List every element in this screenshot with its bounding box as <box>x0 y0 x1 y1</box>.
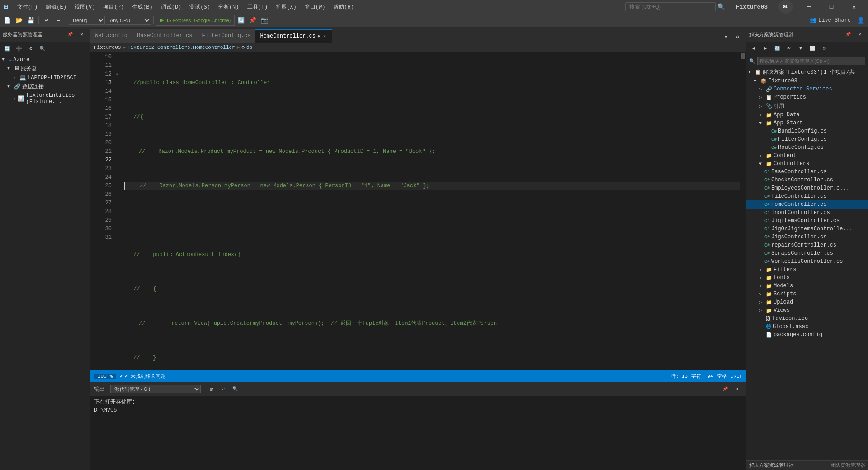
toolbar-account-btn[interactable]: 👤 <box>855 15 866 26</box>
debug-config-dropdown[interactable]: Debug Release <box>69 16 105 25</box>
sol-item-views[interactable]: ▷ 📁 Views <box>746 306 868 314</box>
sol-item-filters[interactable]: ▷ 📁 Filters <box>746 266 868 274</box>
sol-item-jigscontroller[interactable]: C# JigsController.cs <box>746 233 868 241</box>
tab-homecontroller[interactable]: HomeController.cs ● ✕ <box>255 29 332 43</box>
refresh-btn[interactable]: 🔄 <box>2 43 13 54</box>
scrollbar-thumb[interactable] <box>741 53 745 59</box>
live-share-button[interactable]: 👥 Live Share <box>806 16 854 24</box>
sol-item-scrapscontroller[interactable]: C# ScrapsController.cs <box>746 249 868 257</box>
encoding-info[interactable]: CRLF <box>731 374 742 379</box>
tab-webconfig[interactable]: Web.config <box>90 29 132 43</box>
editor-vertical-scrollbar[interactable] <box>740 52 746 370</box>
title-search-input[interactable] <box>625 2 716 11</box>
sol-filter-btn[interactable]: ▼ <box>795 43 806 54</box>
output-pin-btn[interactable]: 📌 <box>720 384 731 394</box>
close-panel-button[interactable]: ✕ <box>76 29 87 40</box>
sol-item-upload[interactable]: ▷ 📁 Upload <box>746 298 868 306</box>
cpu-target-dropdown[interactable]: Any CPU <box>106 16 151 25</box>
sol-item-basecontroller[interactable]: C# BaseController.cs <box>746 168 868 176</box>
tree-item-dataconn[interactable]: ▼ 🔗 数据连接 <box>0 82 90 91</box>
menu-analyze[interactable]: 分析(N) <box>215 2 243 12</box>
sol-item-references[interactable]: ▷ 📎 引用 <box>746 101 868 111</box>
sol-item-jigitemscontroller[interactable]: C# JigitemsController.cs <box>746 217 868 225</box>
output-toggle-word-wrap[interactable]: ↩ <box>218 384 229 394</box>
sol-item-homecontroller[interactable]: C# HomeController.cs <box>746 200 868 209</box>
sol-item-appdata[interactable]: ▷ 📁 App_Data <box>746 111 868 119</box>
toolbar-open-btn[interactable]: 📂 <box>14 15 24 26</box>
tree-item-fixture[interactable]: ▷ 📊 fixtureEntities (Fixture... <box>0 91 90 106</box>
sol-item-fonts[interactable]: ▷ 📁 fonts <box>746 274 868 282</box>
output-clear-btn[interactable]: 🗑 <box>206 384 217 394</box>
sol-collapse-btn[interactable]: ⬜ <box>807 43 818 54</box>
sol-close-btn[interactable]: ✕ <box>854 29 865 40</box>
tab-list-btn[interactable]: ▼ <box>721 32 731 43</box>
sol-item-controllers[interactable]: ▼ 📁 Controllers <box>746 160 868 168</box>
menu-project[interactable]: 项目(P) <box>99 2 127 12</box>
breadcrumb-member-name[interactable]: db <box>246 45 252 50</box>
sol-item-jigorjigcontroller[interactable]: C# JigOrJigitemsControlle... <box>746 225 868 233</box>
tree-item-servers[interactable]: ▼ 🖥 服务器 <box>0 64 90 73</box>
sol-back-btn[interactable]: ◀ <box>748 43 759 54</box>
sol-item-packages[interactable]: 📄 packages.config <box>746 331 868 339</box>
sol-sync-btn[interactable]: 🔄 <box>772 43 783 54</box>
menu-test[interactable]: 测试(S) <box>186 2 214 12</box>
output-find-btn[interactable]: 🔍 <box>230 384 241 394</box>
run-button[interactable]: ▶ IIS Express (Google Chrome) <box>156 15 235 26</box>
sol-item-favicon[interactable]: 🖼 favicon.ico <box>746 314 868 323</box>
sol-show-all-btn[interactable]: 👁 <box>783 43 794 54</box>
sol-item-solution[interactable]: ▼ 📋 解决方案'Fixture03'(1 个项目/共 <box>746 67 868 77</box>
solution-explorer-tab-btn[interactable]: 解决方案资源管理器 <box>749 462 794 469</box>
zoom-level[interactable]: 100 % <box>94 374 116 379</box>
close-button[interactable]: ✕ <box>844 0 864 14</box>
sol-item-repairscontroller[interactable]: C# repairsController.cs <box>746 241 868 249</box>
toolbar-refresh-btn[interactable]: 🔄 <box>236 15 246 26</box>
server-properties-btn[interactable]: ⚙ <box>25 43 36 54</box>
user-avatar[interactable]: GL <box>778 0 793 14</box>
menu-edit[interactable]: 编辑(E) <box>42 2 70 12</box>
col-info[interactable]: 字符: 94 <box>691 373 713 380</box>
pin-button[interactable]: 📌 <box>65 29 75 40</box>
sol-item-employeescontroller[interactable]: C# EmployeesController.c... <box>746 184 868 192</box>
sol-item-properties[interactable]: ▷ 📋 Properties <box>746 93 868 101</box>
team-explorer-tab-btn[interactable]: 团队资源管理器 <box>830 462 865 469</box>
menu-view[interactable]: 视图(V) <box>71 2 99 12</box>
menu-help[interactable]: 帮助(H) <box>330 2 358 12</box>
sol-pin-btn[interactable]: 📌 <box>843 29 854 40</box>
sol-item-filterconfig[interactable]: C# FilterConfig.cs <box>746 135 868 143</box>
minimize-button[interactable]: ─ <box>798 0 819 14</box>
sol-item-filecontroller[interactable]: C# FileController.cs <box>746 192 868 200</box>
output-source-dropdown[interactable]: 源代码管理 - Git 生成 <box>110 385 201 393</box>
toolbar-redo-btn[interactable]: ↪ <box>53 15 64 26</box>
breadcrumb-namespace[interactable]: Fixture02.Controllers.HomeController <box>127 45 235 50</box>
line-info[interactable]: 行: 13 <box>671 373 688 380</box>
tree-item-laptop[interactable]: ▷ 💻 LAPTOP-LID28SCI <box>0 73 90 82</box>
options-btn[interactable]: ⚙ <box>732 32 743 43</box>
add-connection-btn[interactable]: ➕ <box>14 43 24 54</box>
menu-extensions[interactable]: 扩展(X) <box>272 2 300 12</box>
output-close-btn[interactable]: ✕ <box>731 384 742 394</box>
spaces-info[interactable]: 空格 <box>717 373 727 380</box>
sol-item-models[interactable]: ▷ 📁 Models <box>746 282 868 290</box>
tab-close-btn[interactable]: ✕ <box>322 33 327 39</box>
sol-item-inoutcontroller[interactable]: C# InoutController.cs <box>746 209 868 217</box>
menu-debug[interactable]: 调试(D) <box>157 2 185 12</box>
sol-item-appstart[interactable]: ▼ 📁 App_Start <box>746 119 868 127</box>
sol-item-content[interactable]: ▷ 📁 Content <box>746 152 868 160</box>
tree-item-azure[interactable]: ▼ ☁ Azure <box>0 55 90 64</box>
toolbar-screenshot-btn[interactable]: 📷 <box>259 15 270 26</box>
code-editor[interactable]: //public class HomeController : Controll… <box>124 52 740 370</box>
sol-item-globalasax[interactable]: 🌐 Global.asax <box>746 323 868 331</box>
breadcrumb-project[interactable]: Fixture03 <box>94 45 121 50</box>
menu-window[interactable]: 窗口(W) <box>301 2 329 12</box>
sol-properties-btn[interactable]: ⚙ <box>819 43 830 54</box>
menu-tools[interactable]: 工具(T) <box>244 2 272 12</box>
menu-build[interactable]: 生成(B) <box>128 2 156 12</box>
tab-basecontroller[interactable]: BaseController.cs <box>132 29 197 43</box>
toolbar-undo-btn[interactable]: ↩ <box>41 15 52 26</box>
error-indicator[interactable]: ✔ ✔ 未找到相关问题 <box>120 373 165 380</box>
sol-item-workcellscontroller[interactable]: C# WorkcellsController.cs <box>746 257 868 266</box>
solution-search-input[interactable] <box>757 57 865 65</box>
sol-item-scripts[interactable]: ▷ 📁 Scripts <box>746 290 868 298</box>
sol-item-routeconfig[interactable]: C# RouteConfig.cs <box>746 143 868 152</box>
maximize-button[interactable]: □ <box>821 0 842 14</box>
